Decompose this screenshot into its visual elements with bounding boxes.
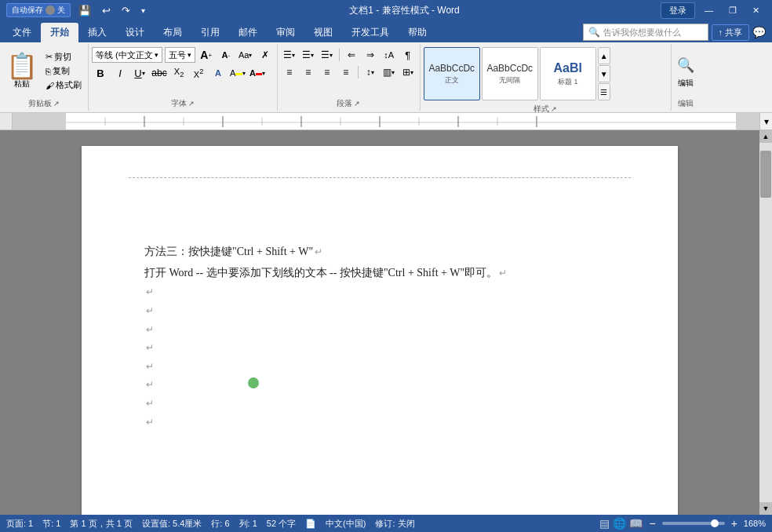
tab-file[interactable]: 文件 [3, 23, 41, 42]
shading-button[interactable]: ▥▾ [381, 64, 398, 80]
justify-button[interactable]: ≡ [337, 64, 355, 80]
document-page[interactable]: 方法三：按快捷键"Ctrl + Shift + W" ↵ 打开 Word -- … [82, 146, 678, 515]
line-spacing-button[interactable]: ↕▾ [362, 64, 379, 80]
ruler-left-margin [13, 113, 66, 129]
styles-group: AaBbCcDc 正文 AaBbCcDc 无间隔 AaBl 标题 1 ▲ ▼ ☰… [421, 44, 672, 111]
zoom-plus-button[interactable]: + [731, 517, 737, 530]
align-right-button[interactable]: ≡ [319, 64, 336, 80]
tab-layout[interactable]: 布局 [154, 23, 191, 42]
login-button[interactable]: 登录 [661, 2, 695, 19]
cut-icon: ✂ [46, 52, 53, 62]
font-shrink-button[interactable]: A- [217, 47, 235, 63]
italic-button[interactable]: I [111, 65, 129, 81]
highlight-icon: A [230, 68, 235, 78]
align-left-button[interactable]: ≡ [281, 64, 298, 80]
format-paint-button[interactable]: 🖌 格式刷 [42, 78, 85, 92]
vertical-scrollbar[interactable]: ▲ ▼ [759, 130, 772, 515]
align-left-icon: ≡ [286, 67, 292, 78]
underline-button[interactable]: U▾ [131, 65, 148, 81]
show-marks-button[interactable]: ¶ [399, 47, 417, 63]
clear-format-button[interactable]: ✗ [257, 47, 274, 63]
tab-developer[interactable]: 开发工具 [342, 23, 399, 42]
tab-mailings[interactable]: 邮件 [229, 23, 267, 42]
ribbon-tabs: 文件 开始 插入 设计 布局 引用 邮件 审阅 视图 开发工具 帮助 🔍 告诉我… [0, 20, 772, 42]
print-layout-btn[interactable]: ▤ [599, 517, 610, 530]
numbering-button[interactable]: ☰▾ [300, 47, 317, 63]
decrease-indent-button[interactable]: ⇐ [343, 47, 360, 63]
minimize-button[interactable]: — [698, 4, 719, 16]
status-language[interactable]: 中文(中国) [326, 518, 366, 530]
save-icon[interactable]: 💾 [75, 3, 94, 18]
align-center-button[interactable]: ≡ [300, 64, 317, 80]
status-page[interactable]: 页面: 1 [6, 518, 33, 530]
borders-button[interactable]: ⊞▾ [399, 64, 417, 80]
restore-button[interactable]: ❐ [723, 4, 743, 17]
undo-icon[interactable]: ↩ [99, 3, 114, 18]
web-layout-btn[interactable]: 🌐 [613, 517, 626, 530]
scroll-up-button[interactable]: ▲ [759, 130, 772, 143]
copy-button[interactable]: ⎘ 复制 [42, 64, 85, 78]
para-mark-9: ↵ [146, 395, 154, 413]
title-bar: 自动保存 关 💾 ↩ ↷ ▾ 文档1 - 兼容性模式 - Word 登录 — ❐… [0, 0, 772, 20]
redo-icon[interactable]: ↷ [118, 3, 133, 18]
font-size-selector[interactable]: 五号 ▾ [165, 47, 195, 63]
status-track-changes[interactable]: 修订: 关闭 [375, 518, 414, 530]
style-item-heading1[interactable]: AaBl 标题 1 [540, 47, 596, 100]
style-item-nospace[interactable]: AaBbCcDc 无间隔 [482, 47, 538, 100]
font-color-button[interactable]: A ▾ [249, 65, 266, 81]
doc-text-line1: 方法三：按快捷键"Ctrl + Shift + W" [144, 242, 313, 261]
paste-icon: 📋 [6, 53, 38, 78]
strikethrough-button[interactable]: abc [151, 65, 168, 81]
styles-scroll-up[interactable]: ▲ [598, 47, 610, 64]
clipboard-expand-icon[interactable]: ↗ [53, 100, 60, 107]
multilevel-button[interactable]: ☰▾ [319, 47, 336, 63]
font-expand-icon[interactable]: ↗ [188, 100, 195, 107]
tell-me-search[interactable]: 🔍 告诉我你想要做什么 [583, 24, 708, 41]
cut-label: 剪切 [54, 51, 71, 63]
text-highlight-button[interactable]: A ▾ [229, 65, 246, 81]
increase-indent-button[interactable]: ⇒ [362, 47, 379, 63]
tab-review[interactable]: 审阅 [267, 23, 304, 42]
text-effect-button[interactable]: A [209, 65, 227, 81]
tab-insert[interactable]: 插入 [78, 23, 116, 42]
zoom-level[interactable]: 168% [744, 519, 766, 528]
close-button[interactable]: ✕ [746, 4, 766, 17]
tab-home[interactable]: 开始 [41, 23, 78, 42]
share-button[interactable]: ↑ 共享 [712, 24, 750, 41]
sort-button[interactable]: ↕A [381, 47, 398, 63]
tab-view[interactable]: 视图 [304, 23, 342, 42]
superscript-button[interactable]: X2 [190, 65, 207, 81]
scroll-track[interactable] [759, 143, 772, 502]
tab-help[interactable]: 帮助 [399, 23, 436, 42]
zoom-minus-button[interactable]: − [649, 517, 655, 530]
zoom-slider[interactable] [662, 522, 725, 525]
empty-space-top [144, 201, 615, 240]
scroll-down-button[interactable]: ▼ [759, 502, 772, 515]
styles-scroll-down[interactable]: ▼ [598, 65, 610, 82]
bold-button[interactable]: B [92, 65, 109, 81]
sort-icon: ↕A [384, 50, 394, 60]
tab-design[interactable]: 设计 [116, 23, 154, 42]
tab-references[interactable]: 引用 [191, 23, 229, 42]
status-chars: 52 个字 [267, 518, 296, 530]
bullets-button[interactable]: ☰▾ [281, 47, 298, 63]
ruler-scroll[interactable]: ▾ [759, 113, 772, 129]
scroll-thumb[interactable] [760, 151, 771, 198]
font-grow-button[interactable]: A+ [198, 47, 215, 63]
paste-button[interactable]: 📋 粘贴 [3, 52, 41, 91]
paragraph-expand-icon[interactable]: ↗ [354, 100, 360, 107]
status-position: 设置值: 5.4厘米 [142, 518, 202, 530]
autosave-toggle[interactable]: 自动保存 关 [6, 3, 71, 17]
comment-icon[interactable]: 💬 [752, 26, 766, 38]
font-name-selector[interactable]: 等线 (中文正文 ▾ [92, 47, 162, 63]
subscript-button[interactable]: X2 [170, 65, 188, 81]
style-item-normal[interactable]: AaBbCcDc 正文 [424, 47, 480, 100]
styles-expand-icon[interactable]: ↗ [551, 105, 557, 113]
cut-button[interactable]: ✂ 剪切 [42, 50, 85, 64]
quickaccess-dropdown-icon[interactable]: ▾ [138, 5, 148, 16]
change-case-button[interactable]: Aa▾ [237, 47, 254, 63]
zoom-thumb[interactable] [711, 519, 719, 527]
read-mode-btn[interactable]: 📖 [629, 517, 643, 530]
styles-more[interactable]: ☰ [598, 83, 610, 100]
find-button[interactable]: 🔍 [675, 54, 697, 76]
